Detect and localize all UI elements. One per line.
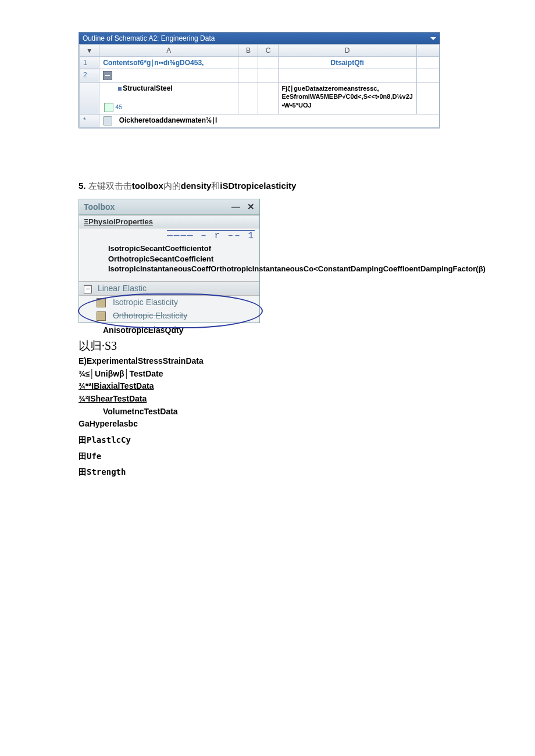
toolbox-title: Toolbox: [84, 202, 115, 212]
cell-d2: [278, 69, 416, 83]
step-pre: 左键双击击: [88, 181, 132, 191]
physical-property-items[interactable]: IsotropicSecantCoefficientof Orthotropic…: [79, 241, 259, 281]
col-b[interactable]: B: [238, 45, 258, 57]
dropdown-icon[interactable]: [430, 37, 436, 40]
physical-properties-label: ΞPhysiolProperties: [84, 217, 153, 226]
toolbox-panel: Toolbox — ✕ ΞPhysiolProperties ———— – r …: [79, 199, 260, 323]
minus-icon[interactable]: [103, 71, 112, 80]
collapse-icon[interactable]: −: [84, 285, 92, 293]
step-mid: 内的: [163, 181, 181, 191]
rownum-1: 1: [80, 57, 99, 69]
step-and: 和: [211, 181, 220, 191]
property-icon: [97, 311, 106, 321]
outline-titlebar: Outline of Schematic A2: Engineering Dat…: [79, 33, 440, 44]
uniaxial-test-item[interactable]: ¾≤│Uniβwβ│TestDate: [79, 368, 456, 381]
table-row: StructuralSteel 45 Fjζ∣gueDataatzeromean…: [80, 83, 440, 114]
isotropic-elasticity-item[interactable]: Isotropic Elasticity: [79, 296, 259, 309]
step-t3: iSDtropicelasticity: [220, 181, 296, 191]
cjk-line: 以归·S3: [79, 337, 456, 355]
minimize-icon[interactable]: —: [231, 202, 240, 212]
experimental-data-header[interactable]: E)ExperimentalStressStrainData: [79, 355, 456, 368]
corner-cell[interactable]: ▼: [80, 45, 99, 57]
rownum-blank: [80, 83, 99, 114]
cell-b1: [238, 57, 258, 69]
rownum-2: 2: [80, 69, 99, 83]
life-header[interactable]: 田Ufe: [79, 450, 456, 463]
table-row: 2: [80, 69, 440, 83]
header-row: ▼ A B C D: [80, 45, 440, 57]
col-d[interactable]: D: [278, 45, 416, 57]
biaxial-test-item[interactable]: ¾*ªIBiaxialTestData: [79, 380, 456, 393]
step-t2: density: [181, 181, 212, 191]
anisotropic-item[interactable]: AnisotropicElasQdty: [79, 324, 456, 337]
step-t1: toolbox: [132, 181, 163, 191]
hyperelastic-header[interactable]: GaHyperelasbc: [79, 418, 456, 431]
rownum-star: *: [80, 114, 99, 128]
physical-properties-header[interactable]: ΞPhysiolProperties: [79, 215, 259, 228]
strength-header[interactable]: 田Strength: [79, 466, 456, 479]
linear-elastic-group: − Linear Elastic Isotropic Elasticity Or…: [79, 281, 259, 323]
step-5-text: 5. 左键双击击toolbox内的density和iSDtropicelasti…: [79, 181, 456, 192]
col-e: [416, 45, 439, 57]
orthotropic-elasticity-label: Orthotropic Elasticity: [113, 311, 187, 320]
outline-grid: ▼ A B C D 1 Contentsof6*g∣n••dι⅝gDO453, …: [79, 44, 440, 128]
cell-c3: [258, 83, 278, 114]
outline-panel: Outline of Schematic A2: Engineering Dat…: [79, 32, 440, 128]
cell-e1: [416, 57, 439, 69]
col-c[interactable]: C: [258, 45, 278, 57]
plasticity-header[interactable]: 田PlastlcCy: [79, 434, 456, 447]
refresh-icon[interactable]: [104, 103, 113, 112]
desc-header: DtsaiptQfi: [278, 57, 416, 69]
volumetric-test-item[interactable]: VolumetncTestData: [79, 406, 456, 418]
collapse-cell[interactable]: [99, 69, 238, 83]
cell-b3: [238, 83, 258, 114]
toolbox-titlebar: Toolbox — ✕: [79, 199, 259, 215]
step-num: 5.: [79, 181, 86, 191]
orthotropic-elasticity-item[interactable]: Orthotropic Elasticity: [79, 309, 259, 323]
table-row: 1 Contentsof6*g∣n••dι⅝gDO453, DtsaiptQfi: [80, 57, 440, 69]
contents-cell[interactable]: Contentsof6*g∣n••dι⅝gDO453,: [99, 57, 238, 69]
cell-c2: [258, 69, 278, 83]
shear-test-item[interactable]: ¾²IShearTestData: [79, 393, 456, 406]
linear-elastic-header[interactable]: − Linear Elastic: [79, 281, 259, 296]
cell-b2: [238, 69, 258, 83]
col-a[interactable]: A: [99, 45, 238, 57]
structural-steel-label: StructuralSteel: [123, 84, 172, 92]
outline-title-text: Outline of Schematic A2: Engineering Dat…: [83, 34, 215, 42]
add-material-label: Oickheretoaddanewmaten⅜∣l: [119, 116, 217, 124]
placeholder-line: ———— – r –– 1: [79, 228, 259, 241]
add-icon[interactable]: [103, 116, 112, 126]
cell-c1: [258, 57, 278, 69]
bullet-icon: [118, 87, 122, 91]
toolbox-overflow: AnisotropicElasQdty 以归·S3 E)Experimental…: [79, 324, 456, 479]
badge-45: 45: [115, 103, 122, 110]
table-row: * Oickheretoaddanewmaten⅜∣l: [80, 114, 440, 128]
close-icon[interactable]: ✕: [247, 202, 255, 212]
structural-desc: Fjζ∣gueDataatzeromeanstressc。EeSfromIWA5…: [278, 83, 416, 114]
structural-steel-cell[interactable]: StructuralSteel 45: [99, 83, 238, 114]
cell-e2: [416, 69, 439, 83]
isotropic-elasticity-label: Isotropic Elasticity: [113, 298, 178, 307]
add-material-cell[interactable]: Oickheretoaddanewmaten⅜∣l: [99, 114, 440, 128]
property-icon: [97, 298, 106, 307]
linear-elastic-label: Linear Elastic: [98, 284, 147, 293]
cell-e3: [416, 83, 439, 114]
